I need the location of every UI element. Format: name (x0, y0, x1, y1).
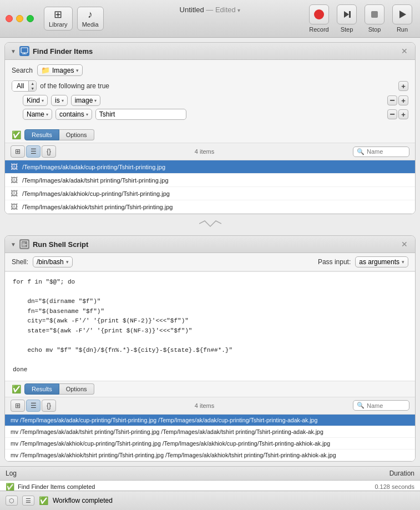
crit2-field-chevron: ▾ (46, 112, 48, 117)
find-finder-grid-view[interactable]: ⊞ (11, 145, 25, 158)
run-button[interactable]: Run (390, 4, 414, 33)
find-finder-results-tab[interactable]: Results (24, 129, 59, 140)
find-result-item-0[interactable]: 🖼 /Temp/Images/ak/adak/cup-printing/Tshi… (5, 160, 415, 174)
all-down[interactable]: ▼ (29, 86, 36, 91)
run-icon-circle (392, 4, 412, 24)
finder-icon-svg (21, 47, 28, 55)
add-criteria-button[interactable]: + (398, 81, 408, 91)
run-shell-name-search: 🔍 (353, 400, 409, 411)
run-shell-results-row: ✅ Results Options (5, 381, 415, 397)
run-shell-items-count: 4 items (195, 402, 214, 409)
find-finder-check: ✅ (12, 130, 21, 139)
shell-row: Shell: /bin/bash ▾ Pass input: as argume… (5, 253, 415, 271)
run-shell-json-view[interactable]: {} (42, 400, 56, 412)
run-shell-collapse[interactable]: ▼ (11, 241, 16, 248)
find-result-item-1[interactable]: 🖼 /Temp/Images/ak/adak/tshirt printing/T… (5, 174, 415, 187)
find-finder-list-view[interactable]: ☰ (26, 145, 41, 158)
run-shell-list-view[interactable]: ☰ (26, 400, 41, 412)
crit2-is-dropdown[interactable]: contains ▾ (55, 109, 92, 120)
shell-value-chevron: ▾ (66, 259, 69, 265)
crit1-remove[interactable]: − (387, 95, 397, 105)
shell-value-dropdown[interactable]: /bin/bash ▾ (33, 256, 73, 267)
crit2-remove[interactable]: − (387, 109, 397, 119)
svg-marker-0 (344, 11, 349, 18)
crit1-value-dropdown[interactable]: image ▾ (71, 95, 101, 106)
status-list-button[interactable]: ☰ (22, 496, 34, 506)
stop-label: Stop (368, 26, 381, 33)
all-up[interactable]: ▲ (29, 81, 36, 86)
run-shell-name-input[interactable] (367, 402, 406, 409)
crit1-pm-group: − + (387, 95, 408, 105)
all-value: All (12, 81, 29, 91)
pass-input-value: as arguments (359, 258, 399, 266)
shell-value-text: /bin/bash (37, 258, 64, 266)
all-dropdown[interactable]: All ▲ ▼ (12, 80, 37, 92)
status-check: ✅ (39, 496, 48, 505)
find-finder-results-list: 🖼 /Temp/Images/ak/adak/cup-printing/Tshi… (5, 160, 415, 214)
title-bar-left: ⊞ Library ♪ Media (6, 7, 104, 31)
find-finder-json-view[interactable]: {} (42, 145, 56, 158)
following-label: of the following are true (40, 82, 109, 90)
log-header-label: Log (6, 469, 17, 477)
shell-code[interactable]: for f in "$@"; do dn="$(dirname "$f")" f… (5, 271, 415, 381)
step-icon (341, 9, 352, 20)
title-chevron[interactable]: ▾ (237, 7, 240, 13)
record-button[interactable]: Record (307, 4, 331, 33)
maximize-button[interactable] (27, 15, 34, 22)
shell-result-item-0[interactable]: mv /Temp/Images/ak/adak/cup-printing/Tsh… (5, 415, 415, 426)
shell-result-item-2[interactable]: mv /Temp/Images/ak/akhiok/cup-printing/T… (5, 438, 415, 450)
media-button[interactable]: ♪ Media (77, 7, 104, 31)
run-shell-title: Run Shell Script (33, 240, 88, 249)
run-shell-results-tab[interactable]: Results (24, 383, 59, 395)
criteria-all-row: All ▲ ▼ of the following are true + (12, 80, 408, 92)
crit1-field-dropdown[interactable]: Kind ▾ (23, 95, 48, 106)
run-shell-options-tab[interactable]: Options (59, 383, 94, 395)
svg-rect-2 (371, 11, 378, 18)
find-finder-items-count: 4 items (195, 148, 214, 155)
record-icon-circle (309, 4, 329, 24)
library-button[interactable]: ⊞ Library (44, 7, 73, 31)
find-finder-header-left: ▼ Find Finder Items (11, 46, 93, 56)
status-prev-button[interactable]: ⬡ (6, 496, 18, 506)
shell-result-item-1[interactable]: mv /Temp/Images/ak/adak/tshirt printing/… (5, 426, 415, 438)
find-finder-view-buttons: ⊞ ☰ {} (11, 145, 56, 158)
stop-button[interactable]: Stop (362, 4, 387, 33)
all-arrows[interactable]: ▲ ▼ (29, 81, 36, 91)
find-finder-name-input[interactable] (367, 148, 406, 155)
crit2-add[interactable]: + (398, 109, 408, 119)
log-duration-header: Duration (389, 469, 414, 477)
file-icon-2: 🖼 (11, 189, 18, 198)
criteria-row-1: Kind ▾ is ▾ image ▾ − + (23, 95, 408, 106)
find-finder-body: Search 📁 Images ▾ All ▲ ▼ of the followi… (5, 60, 415, 127)
window-title: Untitled — Edited ▾ (180, 6, 241, 14)
step-button[interactable]: Step (335, 4, 359, 33)
run-shell-header-left: ▼ Run Shell Script (11, 239, 88, 249)
crit2-value-input[interactable] (95, 109, 186, 120)
shell-result-item-3[interactable]: mv /Temp/Images/ak/akhiok/tshirt printin… (5, 450, 415, 461)
search-label: Search (12, 67, 33, 74)
find-finder-search-icon: 🔍 (357, 148, 365, 155)
find-result-item-3[interactable]: 🖼 /Temp/Images/ak/akhiok/tshirt printing… (5, 200, 415, 214)
find-result-item-2[interactable]: 🖼 /Temp/Images/ak/akhiok/cup-printing/Ts… (5, 187, 415, 200)
minimize-button[interactable] (16, 15, 23, 22)
log-duration-0: 0.128 seconds (375, 483, 414, 490)
find-finder-collapse[interactable]: ▼ (11, 48, 16, 54)
run-shell-view-toolbar: ⊞ ☰ {} 4 items 🔍 (5, 397, 415, 415)
find-finder-block: ▼ Find Finder Items ✕ Search 📁 Images (4, 42, 416, 214)
run-shell-close[interactable]: ✕ (399, 239, 409, 249)
crit2-field-dropdown[interactable]: Name ▾ (23, 109, 52, 120)
find-finder-options-tab[interactable]: Options (59, 129, 94, 140)
search-folder-dropdown[interactable]: 📁 Images ▾ (37, 64, 83, 76)
crit1-is-dropdown[interactable]: is ▾ (51, 95, 68, 106)
library-icon: ⊞ (54, 9, 62, 19)
find-finder-close[interactable]: ✕ (399, 46, 409, 56)
toolbar-right: Record Step Stop (307, 4, 414, 33)
run-label: Run (397, 26, 408, 33)
pass-input-dropdown[interactable]: as arguments ▾ (355, 256, 408, 267)
run-shell-search-icon: 🔍 (357, 402, 365, 409)
run-shell-icon (19, 239, 29, 249)
close-button[interactable] (6, 15, 13, 22)
criteria-row-2: Name ▾ contains ▾ − + (23, 109, 408, 120)
run-shell-grid-view[interactable]: ⊞ (11, 400, 25, 412)
crit1-add[interactable]: + (398, 95, 408, 105)
